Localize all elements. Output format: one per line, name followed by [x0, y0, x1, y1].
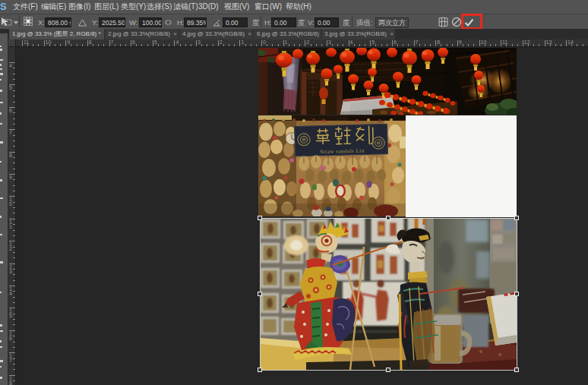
svg-text:Straw sandals Liu: Straw sandals Liu	[320, 147, 365, 154]
